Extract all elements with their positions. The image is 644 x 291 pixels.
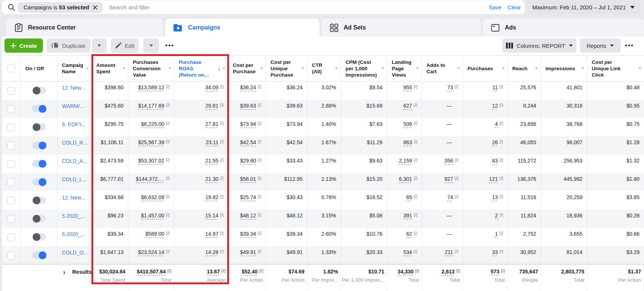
metric-value[interactable]: 33 [492,249,498,256]
date-range-selector[interactable]: Maximum: Feb 11, 2020 – Jul 1, 2021 [527,0,640,14]
row-checkbox[interactable] [7,251,15,259]
duplicate-button[interactable]: Duplicate [46,38,91,53]
tab-ad-sets[interactable]: Ad Sets [322,19,481,37]
metric-value[interactable]: $589.00 [146,231,165,238]
campaign-toggle-on[interactable] [32,142,46,149]
metric-value[interactable]: $53,307.02 [138,158,164,165]
campaign-name-link[interactable]: COLD_L... [62,176,90,182]
metric-value[interactable]: $39.63 [240,103,256,110]
campaign-name-link[interactable]: WARM/... [62,103,90,109]
metric-value[interactable]: 4 [495,121,498,128]
campaign-name-link[interactable]: 12. New... [62,85,90,91]
metric-value[interactable]: 12 [492,103,498,110]
metric-value[interactable]: 29.81 [205,103,218,110]
metric-value[interactable]: $6,632.09 [141,194,164,201]
metric-value[interactable]: $1,457.00 [141,213,164,220]
metric-value[interactable]: 506 [403,121,412,128]
column-header-onoff[interactable]: On / Off [21,65,57,72]
campaign-toggle-on[interactable] [32,178,46,186]
reports-button[interactable]: Reports [580,38,620,53]
column-header-imp[interactable]: Impressions [541,65,587,72]
row-checkbox[interactable] [7,233,15,241]
column-header-pur[interactable]: Purchases [463,65,507,72]
filter-chip-campaigns-selected[interactable]: Campaigns is 53 selected [18,2,103,13]
metric-value[interactable]: $73.94 [240,121,256,128]
campaign-toggle-on[interactable] [32,160,46,167]
metric-value[interactable]: 14.97 [205,231,218,238]
clear-filter-link[interactable]: Clear [507,4,521,10]
column-header-pcv[interactable]: Purchases Conversion Value [128,59,174,78]
metric-value[interactable]: 26 [492,139,498,146]
header-menu-chevron-icon[interactable] [260,68,263,69]
select-all-checkbox[interactable] [7,65,15,72]
search-input[interactable]: Search and filter [109,4,150,10]
header-menu-chevron-icon[interactable] [168,68,171,69]
more-options-button[interactable]: ••• [625,38,634,53]
column-header-atc[interactable]: Adds to Cart [422,62,463,75]
campaign-toggle-off[interactable] [32,215,46,222]
metric-value[interactable]: $13,589.12 [138,84,164,92]
campaign-name-link[interactable]: COLD_R... [62,140,90,146]
header-menu-chevron-icon[interactable] [416,68,419,69]
metric-value[interactable]: 1 [495,231,498,238]
metric-value[interactable]: 83 [492,158,498,165]
create-button[interactable]: Create [4,38,43,53]
expand-results-icon[interactable]: › [63,267,65,276]
metric-value[interactable]: 21.55 [205,158,218,165]
metric-value[interactable]: 27.81 [205,121,218,128]
metric-value[interactable]: 358 [444,158,453,165]
tab-campaigns[interactable]: Campaigns [165,19,319,37]
metric-value[interactable]: $8,225.00 [141,121,164,128]
campaign-toggle-off[interactable] [32,196,46,204]
header-menu-chevron-icon[interactable] [222,68,225,69]
row-checkbox[interactable] [7,123,15,131]
metric-value[interactable]: 19.82 [205,194,218,201]
campaign-name-link[interactable]: COLD_A... [62,158,90,164]
campaign-toggle-off[interactable] [32,123,46,131]
metric-value[interactable]: $23,524.14 [138,249,164,256]
metric-value[interactable]: 74 [447,194,453,201]
metric-value[interactable]: 955 [403,84,412,92]
row-checkbox[interactable] [7,178,15,186]
header-menu-chevron-icon[interactable] [122,68,125,69]
campaign-toggle-off[interactable] [32,87,46,94]
metric-value[interactable]: 211 [445,249,453,256]
header-menu-chevron-icon[interactable] [502,68,505,69]
metric-value[interactable]: 927 [444,176,453,183]
metric-value[interactable]: $29.80 [240,158,256,165]
metric-value[interactable]: 21.30 [205,176,218,183]
metric-value[interactable]: 627 [403,103,412,110]
header-menu-chevron-icon[interactable] [638,68,641,69]
metric-value[interactable]: 13 [492,194,498,201]
row-checkbox[interactable] [7,142,15,149]
metric-value[interactable]: 2,159 [399,158,412,165]
row-checkbox[interactable] [7,160,15,168]
save-filter-link[interactable]: Save [489,4,501,10]
campaign-toggle-on[interactable] [32,105,46,112]
header-menu-chevron-icon[interactable] [86,68,89,69]
metric-value[interactable]: 73 [447,84,453,92]
campaign-name-link[interactable]: COLD_O... [62,250,90,256]
metric-value[interactable]: $48.12 [240,213,256,220]
campaign-toggle-off[interactable] [32,233,46,241]
metric-value[interactable]: $36.24 [240,84,256,92]
metric-value[interactable]: 65 [406,194,412,201]
remove-filter-icon[interactable] [93,5,98,10]
column-header-roas[interactable]: Purchase ROAS (Return on…↓ [174,59,228,78]
duplicate-dropdown-button[interactable] [92,38,107,53]
header-menu-chevron-icon[interactable] [301,68,304,69]
campaign-name-link[interactable]: 12. New... [62,195,90,201]
metric-value[interactable]: $39.34 [240,231,256,238]
tab-resource-center[interactable]: Resource Center [6,19,163,37]
metric-value[interactable]: $42.54 [240,139,256,146]
metric-value[interactable]: 34.09 [205,84,218,92]
metric-value[interactable]: 121 [489,176,498,183]
metric-value[interactable]: $144,372.… [136,176,164,183]
edit-dropdown-button[interactable] [143,38,159,53]
metric-value[interactable]: 15.14 [205,213,218,220]
edit-button[interactable]: Edit [111,38,138,53]
column-header-cpup[interactable]: Cost per Unique Purchase [266,59,307,78]
row-checkbox[interactable] [7,105,15,113]
campaign-toggle-on[interactable] [32,251,46,259]
row-checkbox[interactable] [7,215,15,223]
